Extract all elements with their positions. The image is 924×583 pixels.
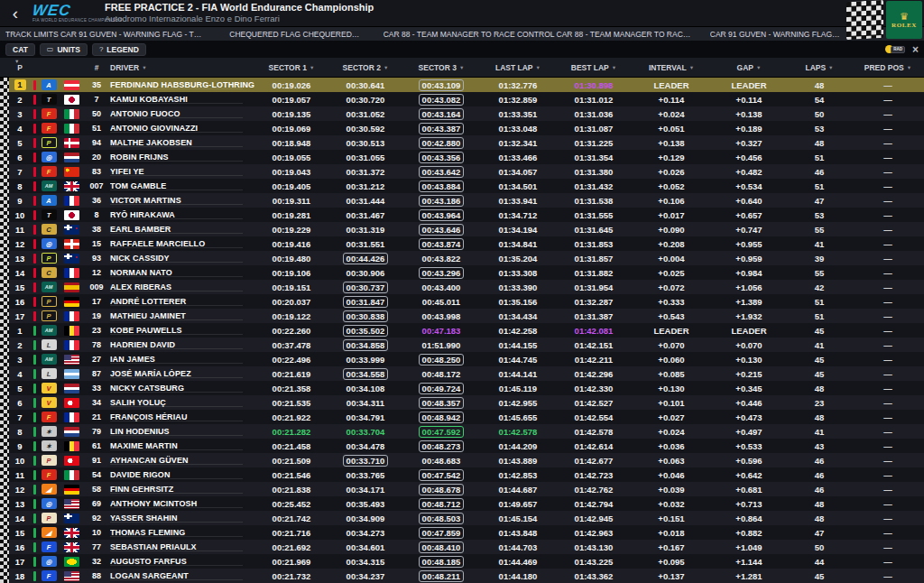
sector2-time: 00:30.838 xyxy=(328,310,402,322)
timing-row-car-20[interactable]: 6◎20ROBIN FRIJNS00:19.05500:31.05500:43.… xyxy=(9,150,924,164)
class-color-bar xyxy=(31,180,38,191)
timing-row-car-19[interactable]: 17P19MATHIEU JAMINET00:19.12200:30.83800… xyxy=(9,309,924,323)
column-header-gap[interactable]: GAP▼ xyxy=(711,63,787,72)
driver-name: ANTONIO FUOCO xyxy=(110,109,254,118)
last-lap-time: 01:44.180 xyxy=(480,571,556,581)
column-header-driver[interactable]: DRIVER▼ xyxy=(110,63,254,72)
timing-row-car-91[interactable]: 10P91AYHANCAN GÜVEN00:21.50900:33.71000:… xyxy=(9,453,924,467)
units-button[interactable]: ▭UNITS xyxy=(40,43,88,56)
back-icon[interactable]: ‹ xyxy=(7,1,23,26)
timing-row-car-38[interactable]: 11C38EARL BAMBER00:19.22900:31.31900:43.… xyxy=(9,222,924,236)
column-header-sector-1[interactable]: SECTOR 1▼ xyxy=(254,63,328,72)
column-header-sector-3[interactable]: SECTOR 3▼ xyxy=(402,63,480,72)
rad-button[interactable]: RAD xyxy=(885,45,905,53)
last-lap-time: 01:44.469 xyxy=(480,557,556,567)
last-lap-time: 01:34.501 xyxy=(480,181,556,191)
sector1-time-value: 00:21.922 xyxy=(273,412,311,422)
class-color-bar xyxy=(31,354,38,365)
timing-row-car-33[interactable]: 5V33NICKY CATSBURG00:21.35800:34.10800:4… xyxy=(9,381,924,395)
last-lap-time: 01:33.390 xyxy=(480,282,556,292)
gap: +0.596 xyxy=(711,456,787,466)
sector1-time-value: 00:37.478 xyxy=(273,340,311,350)
timing-row-car-27[interactable]: 3AM27IAN JAMES00:22.49600:33.99900:48.25… xyxy=(9,352,924,366)
sector2-time: 00:31.319 xyxy=(328,225,402,235)
timing-row-car-79[interactable]: 8✶79LIN HODENIUS00:21.28200:33.70400:47.… xyxy=(9,424,924,439)
cat-button[interactable]: CAT xyxy=(5,43,35,56)
sector1-time: 00:19.416 xyxy=(254,239,328,249)
timing-row-car-17[interactable]: 16P17ANDRÉ LOTTERER00:20.03700:31.84700:… xyxy=(9,294,924,309)
timing-row-car-12[interactable]: 14C12NORMAN NATO00:19.10600:30.90600:43.… xyxy=(9,265,924,280)
timing-row-car-78[interactable]: 2L78HADRIEN DAVID00:37.47800:34.85801:51… xyxy=(9,338,924,352)
best-lap-time: 01:31.954 xyxy=(556,282,632,292)
sector1-time-value: 00:19.026 xyxy=(273,80,311,90)
timing-row-car-77[interactable]: 16F77SEBASTIAN PRIAULX00:21.69200:34.601… xyxy=(9,540,924,554)
driver-name: FERDINAND HABSBURG-LOTHRINGEN xyxy=(110,80,254,89)
predicted-position: — xyxy=(852,326,924,336)
timing-row-car-32[interactable]: 17◎32AUGUSTO FARFUS00:21.96900:34.31500:… xyxy=(9,554,924,569)
timing-row-car-61[interactable]: 9✶61MAXIME MARTIN00:21.45800:34.47800:48… xyxy=(9,439,924,453)
sector1-time-value: 00:21.742 xyxy=(273,514,311,523)
timing-row-car-93[interactable]: 13P93NICK CASSIDY00:19.48000:44.42600:43… xyxy=(9,251,924,265)
gap: +0.114 xyxy=(711,95,787,105)
timing-row-car-7[interactable]: 2T7KAMUI KOBAYASHI00:19.05700:30.72000:4… xyxy=(9,92,924,106)
best-lap-time: 01:42.081 xyxy=(556,326,632,336)
class-color-bar xyxy=(31,123,38,134)
timing-row-car-36[interactable]: 9A36VICTOR MARTINS00:19.31100:31.44400:4… xyxy=(9,193,924,208)
flag-fr xyxy=(60,267,83,278)
team-logo-tile: V xyxy=(42,383,57,393)
timing-row-car-87[interactable]: 4L87JOSÉ MARÍA LÓPEZ00:21.61900:34.55800… xyxy=(9,366,924,381)
flag-icon-it xyxy=(64,124,79,134)
sector3-time: 00:48.185 xyxy=(402,556,480,568)
column-header-best-lap[interactable]: BEST LAP▼ xyxy=(556,63,632,72)
legend-button[interactable]: ?LEGEND xyxy=(92,43,146,56)
column-header-#[interactable]: # xyxy=(83,63,110,72)
column-header-pred-pos[interactable]: PRED POS▼ xyxy=(852,63,924,72)
timing-row-car-83[interactable]: 7F83YIFEI YE00:19.04300:31.37200:43.6420… xyxy=(9,164,924,179)
timing-row-car-58[interactable]: 12◢58FINN GEHRSITZ00:21.83800:34.17100:4… xyxy=(9,482,924,496)
close-icon[interactable]: × xyxy=(912,44,919,55)
column-header-p[interactable]: P xyxy=(9,63,31,72)
timing-row-car-21[interactable]: 7F21FRANÇOIS HÉRIAU00:21.92200:34.79100:… xyxy=(9,410,924,424)
interval: +0.208 xyxy=(632,239,711,249)
best-lap-time-value: 01:42.211 xyxy=(575,355,613,365)
sort-arrow-icon: ▼ xyxy=(756,65,761,70)
driver-name: RYŌ HIRAKAWA xyxy=(110,210,254,219)
sort-arrow-icon: ▼ xyxy=(536,65,541,70)
timing-row-car-92[interactable]: 14P92YASSER SHAHIN00:21.74200:34.90900:4… xyxy=(9,511,924,525)
timing-row-car-8[interactable]: 10T8RYŌ HIRAKAWA00:19.28100:31.46700:43.… xyxy=(9,208,924,222)
timing-row-car-88[interactable]: 18F88LOGAN SARGEANT00:21.73200:34.23700:… xyxy=(9,569,924,583)
timing-row-car-15[interactable]: 12◎15RAFFAELE MARCIELLO00:19.41600:31.55… xyxy=(9,236,924,251)
timing-row-car-34[interactable]: 6V34SALIH YOLUÇ00:21.53500:34.31100:48.3… xyxy=(9,395,924,410)
team-logo-porsche: P xyxy=(38,296,60,307)
column-header-interval[interactable]: INTERVAL▼ xyxy=(632,63,711,72)
column-header-last-lap[interactable]: LAST LAP▼ xyxy=(480,63,556,72)
predicted-position: — xyxy=(852,239,924,249)
timing-row-car-94[interactable]: 5P94MALTHE JAKOBSEN00:18.94800:30.51300:… xyxy=(9,135,924,150)
sector1-time: 00:21.692 xyxy=(254,542,328,552)
flag-icon-nl xyxy=(64,153,79,162)
sector1-time: 00:21.358 xyxy=(254,384,328,393)
timing-row-car-009[interactable]: 15AM009ALEX RIBERAS00:19.15100:30.73700:… xyxy=(9,280,924,294)
timing-row-car-50[interactable]: 3F50ANTONIO FUOCO00:19.13500:31.05200:43… xyxy=(9,106,924,121)
timing-row-car-54[interactable]: 11F54DAVIDE RIGON00:21.54600:33.76500:47… xyxy=(9,467,924,482)
timing-row-car-10[interactable]: 15◢10THOMAS FLEMING00:21.71600:34.27300:… xyxy=(9,525,924,540)
car-number: 36 xyxy=(83,196,110,205)
gap: +0.534 xyxy=(711,181,787,191)
team-logo-ferrari: F xyxy=(38,108,60,119)
timing-row-car-69[interactable]: 13◎69ANTHONY MCINTOSH00:25.45200:35.4930… xyxy=(9,496,924,511)
column-header-laps[interactable]: LAPS▼ xyxy=(787,63,852,72)
driver-name: SALIH YOLUÇ xyxy=(110,398,254,407)
timing-row-car-35[interactable]: 1A35FERDINAND HABSBURG-LOTHRINGEN00:19.0… xyxy=(9,78,924,92)
column-header-sector-2[interactable]: SECTOR 2▼ xyxy=(328,63,402,72)
sector2-time: 00:34.478 xyxy=(328,441,402,451)
timing-row-car-007[interactable]: 8AM007TOM GAMBLE00:19.40500:31.21200:43.… xyxy=(9,179,924,193)
timing-row-car-51[interactable]: 4F51ANTONIO GIOVINAZZI00:19.06900:30.592… xyxy=(9,121,924,135)
sector2-time-value: 00:30.720 xyxy=(346,95,385,105)
laps-count: 46 xyxy=(787,456,852,466)
timing-row-car-23[interactable]: 1AM23KOBE PAUWELLS00:22.26000:35.50200:4… xyxy=(9,323,924,338)
sector3-time-value: 00:43.296 xyxy=(419,267,465,279)
sort-indicator-icon: ▼ xyxy=(14,59,19,64)
sector3-time-value: 00:48.357 xyxy=(419,397,465,409)
best-lap-time: 01:42.614 xyxy=(556,441,632,451)
sort-arrow-icon: ▼ xyxy=(142,65,146,70)
